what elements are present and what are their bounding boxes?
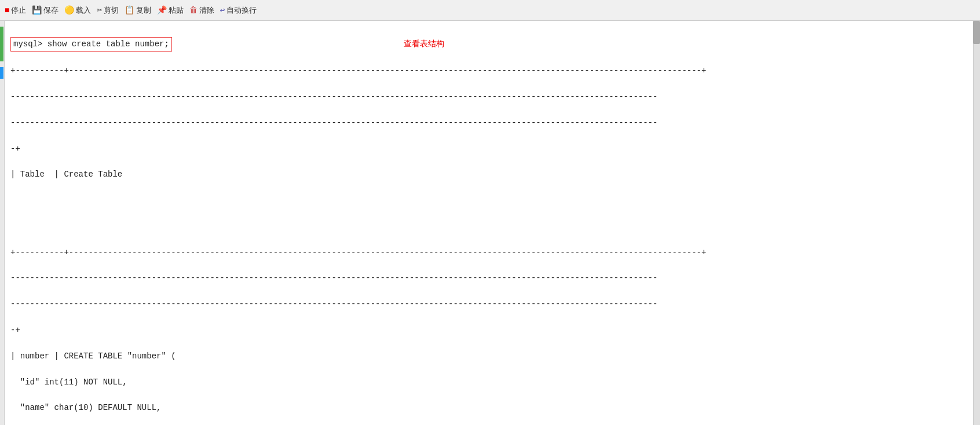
main-area: mysql> show create table number; 查看表结构 +… xyxy=(0,21,980,425)
save-label: 保存 xyxy=(43,5,58,16)
terminal-output[interactable]: mysql> show create table number; 查看表结构 +… xyxy=(5,21,973,425)
data-line-2: "id" int(11) NOT NULL, xyxy=(10,376,967,389)
sep-plus-2: -+ xyxy=(10,324,967,336)
paste-button[interactable]: 📌 粘贴 xyxy=(157,5,184,16)
clear-button[interactable]: 🗑 清除 xyxy=(189,5,214,16)
data-line-1: | number | CREATE TABLE "number" ( xyxy=(10,350,967,362)
copy-label: 复制 xyxy=(136,5,151,16)
load-label: 载入 xyxy=(76,5,91,16)
paste-label: 粘贴 xyxy=(169,5,184,16)
clear-label: 清除 xyxy=(199,5,214,16)
data-line-3: "name" char(10) DEFAULT NULL, xyxy=(10,401,967,414)
save-button[interactable]: 💾 保存 xyxy=(32,5,58,16)
copy-button[interactable]: 📋 复制 xyxy=(125,5,151,16)
annotation1: 查看表结构 xyxy=(404,37,444,50)
command-box: mysql> show create table number; xyxy=(10,37,172,51)
cut-icon: ✂ xyxy=(97,5,101,15)
sep-dash-4: ----------------------------------------… xyxy=(10,298,967,310)
sep-dash-3: ----------------------------------------… xyxy=(10,272,967,284)
save-icon: 💾 xyxy=(32,5,42,15)
copy-icon: 📋 xyxy=(125,5,134,15)
left-accent-blue xyxy=(0,67,3,79)
scrollbar-thumb[interactable] xyxy=(973,21,980,44)
clear-icon: 🗑 xyxy=(189,6,198,15)
autorun-label: 自动换行 xyxy=(226,5,257,16)
empty-line-1 xyxy=(10,194,967,207)
cut-label: 剪切 xyxy=(104,5,119,16)
command-line: mysql> show create table number; 查看表结构 xyxy=(10,37,967,51)
sep-line-2: +----------+----------------------------… xyxy=(10,246,967,259)
left-accent-green xyxy=(0,27,3,61)
paste-icon: 📌 xyxy=(157,5,167,15)
autorun-icon: ↩ xyxy=(220,5,225,15)
command-text: mysql> show create table number; xyxy=(13,39,169,49)
autorun-button[interactable]: ↩ 自动换行 xyxy=(220,5,257,16)
load-button[interactable]: 🟡 载入 xyxy=(64,5,91,16)
empty-line-2 xyxy=(10,220,967,233)
stop-icon: ■ xyxy=(5,6,9,15)
left-bar xyxy=(0,21,5,425)
sep-dash-1: ----------------------------------------… xyxy=(10,90,967,103)
stop-button[interactable]: ■ 停止 xyxy=(5,5,26,16)
toolbar: ■ 停止 💾 保存 🟡 载入 ✂ 剪切 📋 复制 📌 粘贴 🗑 清除 ↩ 自动换… xyxy=(0,0,980,21)
header-line: | Table | Create Table xyxy=(10,168,967,181)
sep-dash-2: ----------------------------------------… xyxy=(10,116,967,129)
load-icon: 🟡 xyxy=(64,5,74,15)
stop-label: 停止 xyxy=(11,5,26,16)
right-scrollbar[interactable] xyxy=(973,21,980,425)
sep-plus-1: -+ xyxy=(10,142,967,155)
sep-line-1: +----------+----------------------------… xyxy=(10,64,967,77)
cut-button[interactable]: ✂ 剪切 xyxy=(97,5,118,16)
